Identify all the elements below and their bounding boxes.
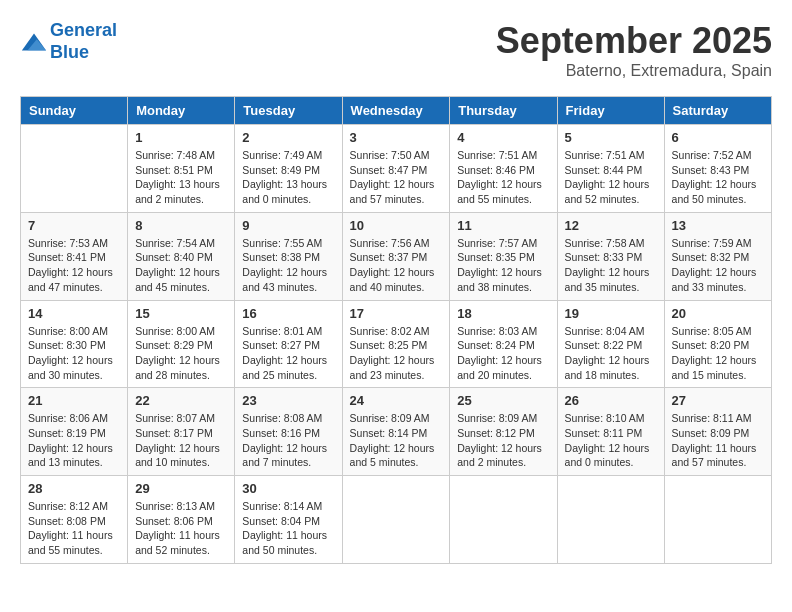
col-header-thursday: Thursday <box>450 97 557 125</box>
logo-line2: Blue <box>50 42 89 62</box>
calendar-week-2: 7Sunrise: 7:53 AM Sunset: 8:41 PM Daylig… <box>21 212 772 300</box>
day-number: 14 <box>28 306 120 321</box>
calendar-cell: 15Sunrise: 8:00 AM Sunset: 8:29 PM Dayli… <box>128 300 235 388</box>
day-info: Sunrise: 7:49 AM Sunset: 8:49 PM Dayligh… <box>242 148 334 207</box>
day-number: 13 <box>672 218 764 233</box>
day-number: 5 <box>565 130 657 145</box>
day-info: Sunrise: 8:01 AM Sunset: 8:27 PM Dayligh… <box>242 324 334 383</box>
day-info: Sunrise: 7:52 AM Sunset: 8:43 PM Dayligh… <box>672 148 764 207</box>
calendar-cell: 19Sunrise: 8:04 AM Sunset: 8:22 PM Dayli… <box>557 300 664 388</box>
calendar-table: SundayMondayTuesdayWednesdayThursdayFrid… <box>20 96 772 564</box>
logo-icon <box>20 28 48 56</box>
day-info: Sunrise: 8:08 AM Sunset: 8:16 PM Dayligh… <box>242 411 334 470</box>
day-number: 20 <box>672 306 764 321</box>
day-number: 10 <box>350 218 443 233</box>
calendar-week-5: 28Sunrise: 8:12 AM Sunset: 8:08 PM Dayli… <box>21 476 772 564</box>
day-info: Sunrise: 7:51 AM Sunset: 8:46 PM Dayligh… <box>457 148 549 207</box>
day-info: Sunrise: 8:03 AM Sunset: 8:24 PM Dayligh… <box>457 324 549 383</box>
day-info: Sunrise: 7:58 AM Sunset: 8:33 PM Dayligh… <box>565 236 657 295</box>
day-info: Sunrise: 8:11 AM Sunset: 8:09 PM Dayligh… <box>672 411 764 470</box>
col-header-tuesday: Tuesday <box>235 97 342 125</box>
calendar-cell: 18Sunrise: 8:03 AM Sunset: 8:24 PM Dayli… <box>450 300 557 388</box>
calendar-week-3: 14Sunrise: 8:00 AM Sunset: 8:30 PM Dayli… <box>21 300 772 388</box>
calendar-cell: 26Sunrise: 8:10 AM Sunset: 8:11 PM Dayli… <box>557 388 664 476</box>
day-number: 27 <box>672 393 764 408</box>
calendar-cell: 4Sunrise: 7:51 AM Sunset: 8:46 PM Daylig… <box>450 125 557 213</box>
day-number: 8 <box>135 218 227 233</box>
day-number: 9 <box>242 218 334 233</box>
col-header-monday: Monday <box>128 97 235 125</box>
day-number: 7 <box>28 218 120 233</box>
day-info: Sunrise: 8:09 AM Sunset: 8:14 PM Dayligh… <box>350 411 443 470</box>
day-info: Sunrise: 7:54 AM Sunset: 8:40 PM Dayligh… <box>135 236 227 295</box>
day-number: 17 <box>350 306 443 321</box>
day-info: Sunrise: 8:09 AM Sunset: 8:12 PM Dayligh… <box>457 411 549 470</box>
col-header-sunday: Sunday <box>21 97 128 125</box>
calendar-cell: 24Sunrise: 8:09 AM Sunset: 8:14 PM Dayli… <box>342 388 450 476</box>
calendar-cell: 6Sunrise: 7:52 AM Sunset: 8:43 PM Daylig… <box>664 125 771 213</box>
day-number: 1 <box>135 130 227 145</box>
day-number: 28 <box>28 481 120 496</box>
calendar-cell: 13Sunrise: 7:59 AM Sunset: 8:32 PM Dayli… <box>664 212 771 300</box>
day-number: 11 <box>457 218 549 233</box>
calendar-cell: 16Sunrise: 8:01 AM Sunset: 8:27 PM Dayli… <box>235 300 342 388</box>
calendar-cell <box>557 476 664 564</box>
day-info: Sunrise: 8:05 AM Sunset: 8:20 PM Dayligh… <box>672 324 764 383</box>
day-number: 25 <box>457 393 549 408</box>
calendar-cell: 30Sunrise: 8:14 AM Sunset: 8:04 PM Dayli… <box>235 476 342 564</box>
col-header-saturday: Saturday <box>664 97 771 125</box>
day-info: Sunrise: 7:51 AM Sunset: 8:44 PM Dayligh… <box>565 148 657 207</box>
day-number: 23 <box>242 393 334 408</box>
col-header-wednesday: Wednesday <box>342 97 450 125</box>
day-info: Sunrise: 7:55 AM Sunset: 8:38 PM Dayligh… <box>242 236 334 295</box>
page-header: General Blue September 2025 Baterno, Ext… <box>20 20 772 80</box>
day-info: Sunrise: 7:48 AM Sunset: 8:51 PM Dayligh… <box>135 148 227 207</box>
calendar-header-row: SundayMondayTuesdayWednesdayThursdayFrid… <box>21 97 772 125</box>
logo-line1: General <box>50 20 117 40</box>
calendar-cell: 25Sunrise: 8:09 AM Sunset: 8:12 PM Dayli… <box>450 388 557 476</box>
calendar-cell: 28Sunrise: 8:12 AM Sunset: 8:08 PM Dayli… <box>21 476 128 564</box>
day-info: Sunrise: 8:00 AM Sunset: 8:29 PM Dayligh… <box>135 324 227 383</box>
calendar-cell: 1Sunrise: 7:48 AM Sunset: 8:51 PM Daylig… <box>128 125 235 213</box>
calendar-cell: 23Sunrise: 8:08 AM Sunset: 8:16 PM Dayli… <box>235 388 342 476</box>
day-number: 12 <box>565 218 657 233</box>
calendar-cell: 3Sunrise: 7:50 AM Sunset: 8:47 PM Daylig… <box>342 125 450 213</box>
day-number: 18 <box>457 306 549 321</box>
calendar-cell <box>664 476 771 564</box>
day-number: 3 <box>350 130 443 145</box>
day-info: Sunrise: 8:14 AM Sunset: 8:04 PM Dayligh… <box>242 499 334 558</box>
month-title: September 2025 <box>496 20 772 62</box>
day-number: 22 <box>135 393 227 408</box>
day-number: 29 <box>135 481 227 496</box>
calendar-cell: 27Sunrise: 8:11 AM Sunset: 8:09 PM Dayli… <box>664 388 771 476</box>
calendar-cell: 9Sunrise: 7:55 AM Sunset: 8:38 PM Daylig… <box>235 212 342 300</box>
day-info: Sunrise: 8:02 AM Sunset: 8:25 PM Dayligh… <box>350 324 443 383</box>
calendar-cell: 2Sunrise: 7:49 AM Sunset: 8:49 PM Daylig… <box>235 125 342 213</box>
day-info: Sunrise: 7:57 AM Sunset: 8:35 PM Dayligh… <box>457 236 549 295</box>
day-info: Sunrise: 7:53 AM Sunset: 8:41 PM Dayligh… <box>28 236 120 295</box>
day-number: 24 <box>350 393 443 408</box>
day-number: 30 <box>242 481 334 496</box>
calendar-cell: 5Sunrise: 7:51 AM Sunset: 8:44 PM Daylig… <box>557 125 664 213</box>
calendar-cell: 20Sunrise: 8:05 AM Sunset: 8:20 PM Dayli… <box>664 300 771 388</box>
calendar-cell: 10Sunrise: 7:56 AM Sunset: 8:37 PM Dayli… <box>342 212 450 300</box>
calendar-cell: 29Sunrise: 8:13 AM Sunset: 8:06 PM Dayli… <box>128 476 235 564</box>
day-info: Sunrise: 8:00 AM Sunset: 8:30 PM Dayligh… <box>28 324 120 383</box>
calendar-body: 1Sunrise: 7:48 AM Sunset: 8:51 PM Daylig… <box>21 125 772 564</box>
calendar-week-4: 21Sunrise: 8:06 AM Sunset: 8:19 PM Dayli… <box>21 388 772 476</box>
day-info: Sunrise: 8:04 AM Sunset: 8:22 PM Dayligh… <box>565 324 657 383</box>
day-info: Sunrise: 8:13 AM Sunset: 8:06 PM Dayligh… <box>135 499 227 558</box>
title-area: September 2025 Baterno, Extremadura, Spa… <box>496 20 772 80</box>
day-info: Sunrise: 8:07 AM Sunset: 8:17 PM Dayligh… <box>135 411 227 470</box>
day-number: 16 <box>242 306 334 321</box>
calendar-cell: 21Sunrise: 8:06 AM Sunset: 8:19 PM Dayli… <box>21 388 128 476</box>
day-number: 21 <box>28 393 120 408</box>
day-number: 2 <box>242 130 334 145</box>
day-number: 4 <box>457 130 549 145</box>
calendar-cell: 22Sunrise: 8:07 AM Sunset: 8:17 PM Dayli… <box>128 388 235 476</box>
calendar-week-1: 1Sunrise: 7:48 AM Sunset: 8:51 PM Daylig… <box>21 125 772 213</box>
day-number: 26 <box>565 393 657 408</box>
col-header-friday: Friday <box>557 97 664 125</box>
calendar-cell: 12Sunrise: 7:58 AM Sunset: 8:33 PM Dayli… <box>557 212 664 300</box>
calendar-cell <box>21 125 128 213</box>
